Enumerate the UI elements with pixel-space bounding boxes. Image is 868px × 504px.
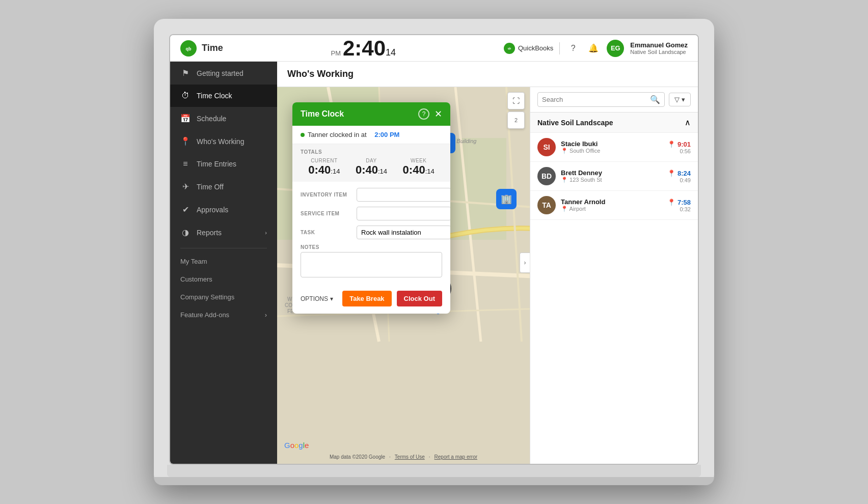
total-week: WEEK 0:40:14 [395, 158, 442, 177]
inventory-item-input[interactable] [357, 188, 450, 202]
app-logo-area: qb Time [180, 40, 223, 57]
nav-icon-time-off: ✈ [180, 182, 191, 191]
nav-icon-getting-started: ⚑ [180, 68, 191, 78]
modal-actions: OPTIONS ▾ Take Break Clock Out [292, 286, 450, 314]
fullscreen-button[interactable]: ⛶ [507, 92, 525, 109]
filter-button[interactable]: ▽ ▾ [669, 93, 691, 106]
sidebar-item-time-clock[interactable]: ⏱ Time Clock [170, 85, 277, 107]
employee-row[interactable]: SI Stacie Ibuki 📍 South Office 📍 9:01 0:… [530, 133, 698, 162]
notes-textarea[interactable] [301, 252, 442, 277]
nav-divider [180, 248, 267, 248]
options-button[interactable]: OPTIONS ▾ [301, 295, 333, 302]
nav-sublabel-company-settings: Company Settings [180, 293, 234, 301]
sidebar-subitem-customers[interactable]: Customers [170, 270, 277, 288]
panel-collapse-arrow[interactable]: › [520, 253, 530, 273]
service-item-row: SERVICE ITEM [301, 207, 442, 220]
location-icon-0: 📍 [561, 148, 568, 154]
status-time: 2:00 PM [374, 131, 399, 138]
employee-duration-2: 0:32 [667, 206, 691, 212]
employee-time-0: 📍 9:01 [667, 141, 691, 148]
search-box[interactable]: 🔍 [537, 92, 665, 107]
time-period: PM [331, 49, 341, 57]
user-name: Emmanuel Gomez [630, 41, 688, 49]
modal-help-button[interactable]: ? [418, 108, 429, 120]
notifications-button[interactable]: 🔔 [586, 41, 601, 55]
nav-label-time-clock: Time Clock [197, 92, 232, 100]
sidebar-subitem-feature-addons[interactable]: Feature Add-ons › [170, 306, 277, 324]
company-header[interactable]: Native Soil Landscape ∧ [530, 113, 698, 133]
sidebar-item-time-off[interactable]: ✈ Time Off [170, 175, 277, 198]
nav-label-time-entries: Time Entries [197, 160, 236, 168]
modal-close-button[interactable]: ✕ [435, 109, 442, 119]
time-hours-minutes: 2:4014 [343, 38, 396, 59]
nav-label-time-off: Time Off [197, 183, 224, 191]
map-marker-building-2[interactable]: 🏢 [496, 189, 517, 209]
task-label: TASK [301, 230, 351, 235]
totals-label: TOTALS [301, 149, 442, 155]
employee-time-2: 📍 7:58 [667, 199, 691, 206]
employee-time-info-2: 📍 7:58 0:32 [667, 199, 691, 212]
modal-totals: TOTALS CURRENT 0:40:14 DAY [292, 144, 450, 182]
search-input[interactable] [542, 96, 647, 103]
task-row: TASK [301, 226, 442, 239]
company-collapse-icon: ∧ [685, 118, 691, 127]
map-zoom-number: 2 [507, 111, 525, 129]
nav-icon-time-clock: ⏱ [180, 91, 191, 100]
clock-out-button[interactable]: Clock Out [397, 291, 442, 306]
filter-icon: ▽ [674, 96, 680, 103]
user-avatar[interactable]: EG [607, 40, 624, 57]
sidebar-item-approvals[interactable]: ✔ Approvals [170, 198, 277, 221]
employee-time-1: 📍 8:24 [667, 170, 691, 177]
sidebar-item-schedule[interactable]: 📅 Schedule [170, 107, 277, 130]
app-logo-icon: qb [180, 40, 197, 57]
company-name: Native Soil Landscape [537, 119, 613, 127]
modal-form: INVENTORY ITEM SERVICE ITEM TASK [292, 182, 450, 286]
help-button[interactable]: ? [566, 41, 580, 55]
sidebar-item-time-entries[interactable]: ≡ Time Entries [170, 153, 277, 175]
current-label: CURRENT [301, 158, 348, 163]
nav-arrow-reports: › [265, 230, 267, 236]
employee-location-1: 📍 123 South St [561, 177, 662, 183]
total-day: DAY 0:40:14 [348, 158, 395, 177]
location-icon-1: 📍 [561, 177, 568, 183]
search-icon: 🔍 [650, 95, 660, 104]
nav-sublabel-feature-addons: Feature Add-ons [180, 311, 229, 319]
company-section: Native Soil Landscape ∧ SI Stacie Ibuki … [530, 113, 698, 220]
employee-avatar-1: BD [537, 167, 556, 185]
task-input[interactable] [357, 226, 450, 239]
right-panel-header: 🔍 ▽ ▾ [530, 87, 698, 113]
sidebar-item-getting-started[interactable]: ⚑ Getting started [170, 62, 277, 85]
employee-info-2: Tanner Arnold 📍 Airport [561, 198, 662, 212]
sidebar-subitem-my-team[interactable]: My Team [170, 253, 277, 270]
modal-title: Time Clock [301, 109, 344, 119]
employee-row[interactable]: TA Tanner Arnold 📍 Airport 📍 7:58 0:32 [530, 191, 698, 220]
take-break-button[interactable]: Take Break [342, 291, 391, 306]
employee-location-0: 📍 South Office [561, 148, 662, 154]
service-item-input[interactable] [357, 207, 450, 220]
qb-brand-label: QuickBooks [518, 44, 553, 52]
divider [559, 42, 560, 54]
modal-header-actions: ? ✕ [418, 108, 442, 120]
employee-avatar-0: SI [537, 138, 556, 156]
employee-name-0: Stacie Ibuki [561, 140, 662, 148]
nav-label-reports: Reports [197, 229, 222, 237]
sidebar-subitem-company-settings[interactable]: Company Settings [170, 288, 277, 306]
employee-row[interactable]: BD Brett Denney 📍 123 South St 📍 8:24 0:… [530, 162, 698, 191]
time-clock-modal[interactable]: Time Clock ? ✕ Tanner clocked in at 2:00… [292, 102, 450, 314]
status-dot [301, 133, 305, 137]
svg-text:qb: qb [508, 47, 511, 50]
total-current: CURRENT 0:40:14 [301, 158, 348, 177]
nav-label-whos-working: Who's Working [197, 137, 244, 146]
sidebar-item-whos-working[interactable]: 📍 Who's Working [170, 130, 277, 153]
employee-name-2: Tanner Arnold [561, 198, 662, 206]
totals-row: CURRENT 0:40:14 DAY 0:40:14 [301, 158, 442, 177]
right-panel: 🔍 ▽ ▾ Native Soil Landscape ∧ [530, 87, 698, 464]
nav-sublabel-my-team: My Team [180, 258, 207, 265]
employee-location-2: 📍 Airport [561, 206, 662, 212]
map-attribution: Map data ©2020 Google · Terms of Use · R… [277, 454, 530, 460]
sidebar-item-reports[interactable]: ◑ Reports › [170, 221, 277, 244]
nav-icon-time-entries: ≡ [180, 159, 191, 169]
clock-display: PM 2:4014 [331, 38, 396, 59]
service-item-label: SERVICE ITEM [301, 211, 351, 216]
location-pin-icon-2: 📍 [667, 199, 675, 206]
